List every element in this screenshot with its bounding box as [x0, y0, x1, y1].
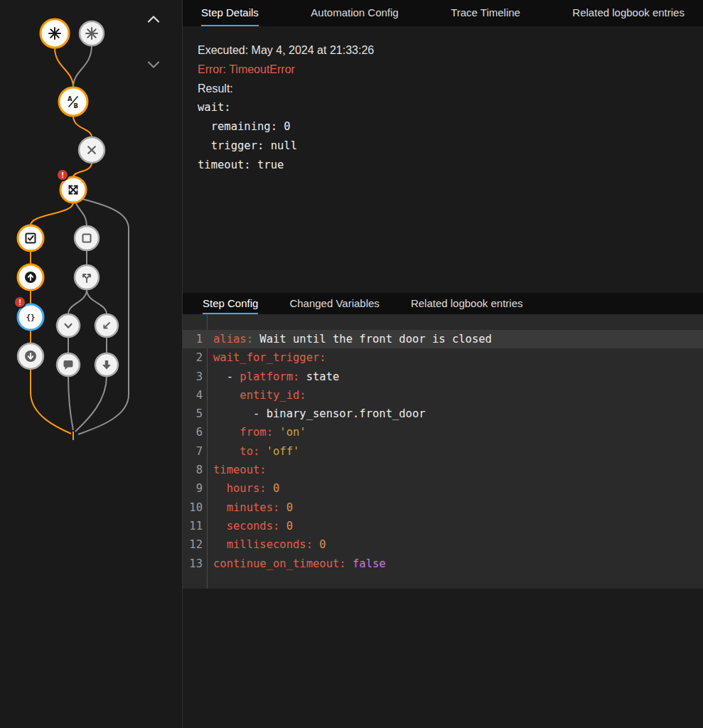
condition-ab-node[interactable]: AB [59, 87, 87, 116]
subtab-changed-variables[interactable]: Changed Variables [289, 293, 379, 314]
step-tab-bar: Step ConfigChanged VariablesRelated logb… [183, 293, 703, 314]
chevron-up-icon [147, 16, 160, 23]
line-number: 3 [183, 368, 203, 386]
result-label: Result: [198, 79, 688, 98]
line-number: 11 [183, 517, 203, 535]
trace-view: AB!{}! Step DetailsAutomation ConfigTrac… [0, 0, 703, 728]
line-number: 1 [183, 330, 203, 348]
event-down-node[interactable] [18, 343, 43, 369]
line-number: 9 [183, 479, 203, 498]
asterisk-icon [86, 28, 97, 39]
parallel-node[interactable]: ! [57, 169, 86, 203]
error-badge: ! [14, 296, 26, 308]
svg-text:B: B [74, 102, 78, 109]
code-text: to: 'off' [213, 442, 703, 461]
stop-x-node[interactable] [79, 137, 104, 163]
svg-text:A: A [68, 95, 73, 102]
trace-edge [73, 116, 92, 137]
trace-detail-pane: Step DetailsAutomation ConfigTrace Timel… [183, 0, 703, 728]
condition-check-node[interactable] [18, 225, 43, 251]
yaml-code-editor: 1alias: Wait until the front door is clo… [183, 314, 703, 589]
result-yaml: wait: remaining: 0 trigger: null timeout… [198, 98, 688, 175]
line-number: 5 [183, 405, 203, 423]
graph-scroll-up-button[interactable] [147, 16, 168, 37]
code-line-5[interactable]: 5 - binary_sensor.front_door [183, 405, 703, 423]
choose-option-2-node[interactable] [95, 314, 118, 337]
code-text: continue_on_timeout: false [213, 555, 703, 573]
code-text: - binary_sensor.front_door [213, 405, 703, 423]
code-line-3[interactable]: 3 - platform: state [183, 368, 703, 386]
error-badge: ! [57, 169, 68, 181]
chevron-down-icon [147, 61, 160, 68]
line-number: 12 [183, 535, 203, 554]
trace-edge [87, 289, 107, 314]
line-number: 8 [183, 461, 203, 479]
step-details-section: Executed: May 4, 2024 at 21:33:26 Error:… [183, 26, 703, 293]
svg-text:!: ! [18, 298, 21, 306]
arrow-down-circle-icon [25, 350, 36, 362]
trace-edge [55, 48, 73, 87]
asterisk-icon [49, 28, 60, 39]
code-text: from: 'on' [213, 423, 703, 441]
code-text: - platform: state [213, 368, 703, 386]
code-text: minutes: 0 [213, 498, 703, 517]
tab-automation-config[interactable]: Automation Config [311, 0, 398, 26]
line-number: 13 [183, 555, 203, 573]
code-text: alias: Wait until the front door is clos… [213, 330, 703, 348]
code-text: milliseconds: 0 [213, 535, 703, 554]
line-number: 4 [183, 386, 203, 405]
line-number: 2 [183, 348, 203, 367]
stop-square-node[interactable] [75, 226, 99, 250]
line-number: 10 [183, 498, 203, 517]
branch-split-node[interactable] [75, 265, 99, 289]
svg-text:!: ! [61, 171, 64, 179]
code-line-2[interactable]: 2wait_for_trigger: [183, 348, 703, 367]
tab-related-logbook-entries[interactable]: Related logbook entries [572, 0, 685, 26]
code-text: wait_for_trigger: [213, 348, 703, 367]
tab-step-details[interactable]: Step Details [201, 0, 259, 26]
code-line-9[interactable]: 9 hours: 0 [183, 479, 703, 498]
trace-edge [75, 202, 87, 226]
trigger-node-1[interactable] [41, 19, 69, 48]
trace-edge [68, 289, 87, 314]
braces-icon: {} [26, 313, 36, 321]
trace-edge [73, 46, 92, 87]
executed-timestamp: Executed: May 4, 2024 at 21:33:26 [198, 41, 688, 60]
trace-tab-bar: Step DetailsAutomation ConfigTrace Timel… [183, 0, 703, 26]
trace-edge [31, 203, 73, 225]
code-lines: 1alias: Wait until the front door is clo… [183, 330, 703, 573]
trace-graph-panel: AB!{}! [0, 0, 183, 728]
trace-edge [75, 376, 107, 432]
line-number: 7 [183, 442, 203, 461]
choose-option-1-node[interactable] [57, 314, 80, 337]
code-line-7[interactable]: 7 to: 'off' [183, 442, 703, 461]
trace-edge [68, 376, 73, 430]
svg-text:{}: {} [26, 313, 36, 321]
code-text: hours: 0 [213, 479, 703, 498]
code-line-10[interactable]: 10 minutes: 0 [183, 498, 703, 517]
tab-trace-timeline[interactable]: Trace Timeline [451, 0, 520, 26]
action-down-node[interactable] [95, 353, 118, 376]
code-line-1[interactable]: 1alias: Wait until the front door is clo… [183, 330, 703, 348]
code-line-8[interactable]: 8timeout: [183, 461, 703, 479]
subtab-step-config[interactable]: Step Config [203, 293, 258, 314]
code-line-13[interactable]: 13continue_on_timeout: false [183, 555, 703, 573]
trace-edge [73, 163, 92, 177]
code-line-11[interactable]: 11 seconds: 0 [183, 517, 703, 535]
trigger-node-2[interactable] [80, 21, 104, 46]
graph-scroll-down-button[interactable] [147, 61, 168, 82]
notify-node[interactable] [57, 353, 80, 376]
trace-edge [31, 369, 71, 434]
code-line-12[interactable]: 12 milliseconds: 0 [183, 535, 703, 554]
code-text: seconds: 0 [213, 517, 703, 535]
wait-template-node[interactable]: {}! [14, 296, 43, 330]
subtab-related-logbook-entries[interactable]: Related logbook entries [411, 293, 523, 314]
code-text: entity_id: [213, 386, 703, 405]
arrow-up-circle-icon [25, 272, 36, 283]
event-up-node[interactable] [18, 264, 43, 290]
code-line-6[interactable]: 6 from: 'on' [183, 423, 703, 441]
error-message: Error: TimeoutError [198, 60, 688, 79]
code-text: timeout: [213, 461, 703, 479]
code-line-4[interactable]: 4 entity_id: [183, 386, 703, 405]
line-number: 6 [183, 423, 203, 441]
